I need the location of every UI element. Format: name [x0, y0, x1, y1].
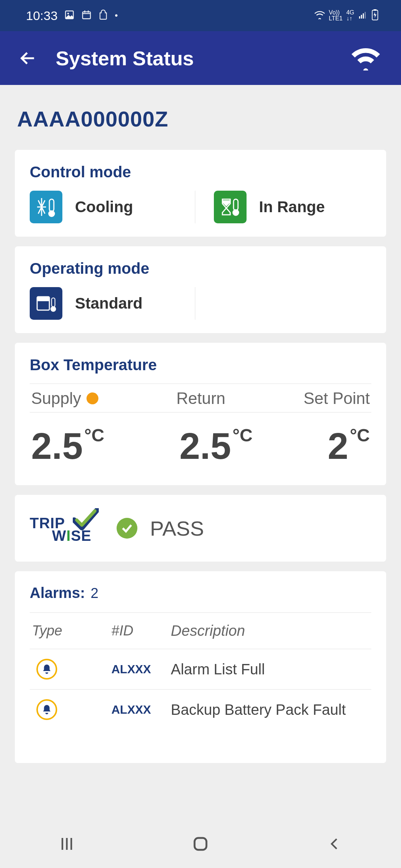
control-mode-card: Control mode Cooling	[15, 150, 386, 237]
standard-mode-icon	[30, 287, 62, 320]
alarms-hd-desc: Description	[171, 622, 371, 639]
svg-point-14	[232, 209, 239, 216]
battery-icon	[371, 9, 379, 22]
page-title: System Status	[56, 47, 349, 70]
svg-rect-5	[359, 16, 360, 19]
supply-value: 2.5 °C	[31, 427, 104, 464]
svg-rect-13	[234, 199, 238, 210]
alarms-heading: Alarms: 2	[30, 585, 371, 601]
svg-rect-16	[37, 297, 49, 301]
setpoint-value: 2 °C	[328, 427, 370, 464]
alarm-desc: Backup Battery Pack Fault	[171, 701, 371, 718]
return-value: 2.5 °C	[179, 427, 252, 464]
in-range-label: In Range	[259, 198, 325, 216]
cooling-icon	[30, 191, 62, 223]
calendar-icon	[81, 10, 92, 22]
alarms-hd-id: #ID	[111, 623, 171, 639]
wifi-small-icon	[314, 10, 325, 21]
control-mode-cooling: Cooling	[30, 191, 195, 223]
in-range-icon	[214, 191, 247, 223]
supply-indicator-dot	[87, 392, 98, 404]
dot-icon: •	[115, 10, 118, 21]
alarm-id: ALXXX	[111, 703, 171, 717]
svg-rect-2	[83, 12, 91, 19]
alarm-row[interactable]: ALXXX Backup Battery Pack Fault	[30, 689, 371, 730]
svg-rect-7	[363, 13, 364, 19]
alarms-card: Alarms: 2 Type #ID Description ALXXX Ala…	[15, 571, 386, 763]
box-temp-heading: Box Temperature	[30, 356, 371, 374]
control-mode-inrange: In Range	[195, 191, 372, 223]
svg-rect-8	[365, 12, 366, 19]
alarm-id: ALXXX	[111, 662, 171, 676]
status-volte: Vo))	[329, 10, 340, 16]
alarms-header-row: Type #ID Description	[30, 612, 371, 649]
status-arrows: ↓↑	[346, 16, 352, 22]
tripwise-check-icon	[73, 508, 99, 532]
bag-icon	[98, 10, 108, 22]
image-icon	[64, 10, 75, 22]
operating-mode-card: Operating mode Standard	[15, 246, 386, 333]
pass-check-icon	[117, 518, 137, 539]
alarm-row[interactable]: ALXXX Alarm List Full	[30, 649, 371, 689]
back-nav-button[interactable]	[312, 829, 356, 859]
tripwise-status: PASS	[150, 516, 204, 540]
recents-button[interactable]	[45, 829, 89, 859]
svg-rect-3	[84, 10, 85, 13]
standard-label: Standard	[75, 295, 143, 312]
svg-rect-11	[49, 199, 54, 211]
app-bar: System Status	[0, 31, 401, 85]
supply-label: Supply	[31, 389, 98, 408]
status-time: 10:33	[26, 9, 58, 23]
wifi-status-icon	[349, 45, 382, 72]
android-status-bar: 10:33 • Vo)) LTE1 4G ↓↑	[0, 0, 401, 31]
svg-rect-19	[195, 838, 206, 850]
bell-icon	[36, 659, 57, 680]
box-temperature-card: Box Temperature Supply Return Set Point …	[15, 343, 386, 485]
device-id: AAAA000000Z	[17, 106, 386, 131]
operating-mode-standard: Standard	[30, 287, 195, 320]
status-lte: LTE1	[329, 16, 343, 22]
home-button[interactable]	[178, 829, 223, 859]
back-button[interactable]	[15, 45, 41, 71]
svg-point-18	[50, 306, 56, 312]
android-nav-bar	[0, 820, 401, 868]
operating-mode-heading: Operating mode	[30, 260, 371, 277]
signal-icon	[358, 10, 368, 21]
setpoint-label: Set Point	[303, 389, 370, 408]
svg-rect-10	[374, 9, 376, 11]
alarm-desc: Alarm List Full	[171, 661, 371, 678]
tripwise-logo: TRIP WISE	[30, 513, 104, 543]
svg-rect-6	[361, 15, 362, 19]
svg-rect-4	[88, 10, 89, 13]
status-4g: 4G	[346, 10, 354, 16]
svg-point-1	[67, 13, 69, 14]
svg-rect-17	[52, 298, 55, 307]
alarms-hd-type: Type	[30, 623, 111, 639]
bell-icon	[36, 699, 57, 720]
svg-point-12	[48, 210, 55, 217]
tripwise-card: TRIP WISE PASS	[15, 495, 386, 562]
control-mode-heading: Control mode	[30, 163, 371, 181]
return-label: Return	[176, 389, 225, 408]
cooling-label: Cooling	[75, 198, 133, 216]
